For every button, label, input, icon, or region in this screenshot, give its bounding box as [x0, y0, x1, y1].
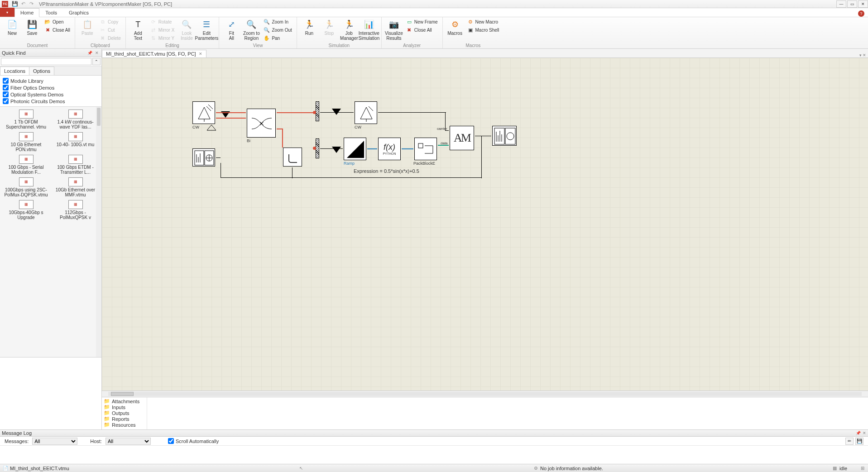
host-filter-select[interactable]: All — [106, 438, 151, 445]
run-button[interactable]: 🏃 Run — [300, 18, 319, 43]
block-analyzer-2[interactable] — [492, 126, 517, 146]
list-item[interactable]: ▦10-40- 100G.vt mu — [51, 131, 100, 153]
rotate-button: ⟳Rotate — [149, 18, 177, 26]
tab-tools[interactable]: Tools — [39, 8, 63, 17]
list-item[interactable]: ▦1 Tb OFDM Superchannel. vtmu — [2, 109, 50, 130]
tab-graphics[interactable]: Graphics — [63, 8, 95, 17]
doc-dropdown-icon[interactable]: ▾ — [859, 53, 862, 57]
tab-home[interactable]: Home — [14, 8, 39, 17]
msglog-pin-icon[interactable]: 📌 — [856, 431, 861, 435]
list-item[interactable]: ▦100 Gbps ETDM - Transmitter L... — [51, 154, 100, 176]
save-button[interactable]: 💾 Save — [23, 18, 42, 43]
file-tab[interactable] — [0, 8, 14, 17]
tree-item[interactable]: 📁Resources — [104, 422, 145, 428]
scroll-auto-checkbox[interactable]: Scroll Automatically — [168, 438, 219, 444]
canvas[interactable]: CW Bi — [102, 58, 868, 391]
tab-close-icon[interactable]: ✕ — [199, 52, 202, 56]
visualize-results-button[interactable]: 📷 Visualize Results — [384, 18, 403, 43]
subtab-options[interactable]: Options — [29, 67, 54, 75]
port-icon — [313, 147, 316, 150]
zoom-out-button[interactable]: 🔍Zoom Out — [262, 26, 293, 34]
svg-marker-0 — [198, 107, 210, 119]
qat-undo-icon[interactable]: ↶ — [20, 1, 26, 7]
check-module-library[interactable]: Module Library — [3, 77, 99, 84]
block-attenuator-1[interactable] — [316, 101, 319, 121]
wire — [438, 145, 449, 146]
edit-params-button[interactable]: ☰ Edit Parameters — [197, 18, 216, 43]
block-cw-laser-1[interactable] — [192, 101, 215, 124]
tree-item[interactable]: 📁Outputs — [104, 410, 145, 416]
macros-button[interactable]: ⚙ Macros — [446, 18, 465, 43]
analyzer-close-all-button[interactable]: ✖Close All — [404, 26, 440, 34]
zoom-region-button[interactable]: 🔍 Zoom to Region — [242, 18, 261, 43]
panel-close-icon[interactable]: ✕ — [94, 51, 100, 55]
document-tab[interactable]: MI_third_shot_EEICT.vtmu [OS, FO, PC] ✕ — [102, 50, 206, 57]
qat-save-icon[interactable]: 💾 — [12, 1, 18, 7]
block-am-modulator[interactable]: AM — [450, 126, 474, 150]
block-cw-laser-2[interactable] — [355, 101, 377, 124]
pan-button[interactable]: ✋Pan — [262, 34, 293, 42]
mirror-y-button: ⇅Mirror Y — [149, 34, 177, 42]
list-item[interactable]: ▦10Gb Ethernet over MMF.vtmu — [51, 176, 100, 198]
new-macro-button[interactable]: ⚙New Macro — [465, 18, 501, 26]
interactive-sim-button[interactable]: 📊 Interactive Simulation — [360, 18, 379, 43]
list-item[interactable]: ▦10 Gb Ethernet PON.vtmu — [2, 131, 50, 153]
search-go-button[interactable]: ⌃ — [92, 58, 101, 65]
block-ramp[interactable] — [344, 138, 366, 160]
pin-icon[interactable]: 📌 — [86, 51, 93, 55]
list-item[interactable]: ▦1.4 kW continous-wave YDF las... — [51, 109, 100, 130]
block-delay[interactable] — [283, 148, 302, 167]
block-fx-python[interactable]: f(x) PYTHON — [378, 138, 401, 160]
minimize-button[interactable]: — — [836, 0, 846, 8]
save-log-button[interactable]: 💾 — [855, 438, 863, 445]
canvas-h-scrollbar[interactable] — [102, 391, 868, 397]
folder-icon: 📁 — [104, 422, 110, 428]
msglog-close-icon[interactable]: ✕ — [863, 431, 866, 435]
list-item[interactable]: ▦100 Gbps - Serial Modulation F... — [2, 154, 50, 176]
new-frame-button[interactable]: ▭New Frame — [404, 18, 440, 26]
close-all-icon: ✖ — [44, 27, 51, 33]
zoom-in-button[interactable]: 🔍Zoom In — [262, 18, 293, 26]
folder-icon: 📁 — [104, 404, 110, 410]
block-packblock[interactable] — [414, 138, 437, 160]
block-label: Bi — [247, 138, 250, 143]
app-icon: TC — [2, 1, 8, 7]
close-button[interactable]: ✕ — [858, 0, 868, 8]
list-item[interactable]: ▦10Gbps-40Gbp s Upgrade — [2, 199, 50, 221]
list-item[interactable]: ▦112Gbps - PolMuxQPSK v — [51, 199, 100, 221]
clear-log-button[interactable]: ✏ — [845, 438, 854, 445]
new-button[interactable]: 📄 New — [3, 18, 22, 43]
library-grid[interactable]: ▦1 Tb OFDM Superchannel. vtmu ▦1.4 kW co… — [0, 107, 101, 357]
qat-redo-icon[interactable]: ↷ — [28, 1, 34, 7]
search-input[interactable] — [1, 58, 91, 65]
block-analyzer-1[interactable] — [192, 148, 215, 167]
messages-filter-select[interactable]: All — [32, 438, 77, 445]
open-button[interactable]: 📂Open — [43, 18, 72, 26]
stop-button: 🏃 Stop — [320, 18, 339, 43]
check-photonic-demos[interactable]: Photonic Circuits Demos — [3, 98, 99, 105]
list-item[interactable]: ▦100Gbps using 2SC-PolMux-DQPSK.vtmu — [2, 176, 50, 198]
library-scrollbar[interactable] — [96, 107, 101, 357]
expand-icon[interactable]: ⊞ — [860, 466, 865, 471]
close-all-button[interactable]: ✖Close All — [43, 26, 72, 34]
tree-item[interactable]: 📁Attachments — [104, 398, 145, 404]
block-coupler[interactable] — [247, 109, 276, 138]
help-icon[interactable]: ? — [858, 10, 864, 17]
macro-shell-button[interactable]: ▣Macro Shell — [465, 26, 501, 34]
mirror-x-icon: ⇄ — [150, 27, 157, 33]
doc-close-icon[interactable]: ✕ — [863, 53, 866, 57]
subtab-locations[interactable]: Locations — [0, 67, 29, 75]
message-log-header: Message Log 📌✕ — [0, 429, 868, 437]
tree-item[interactable]: 📁Inputs — [104, 404, 145, 410]
add-text-button[interactable]: T Add Text — [129, 18, 148, 43]
maximize-button[interactable]: ▭ — [847, 0, 857, 8]
block-attenuator-2[interactable] — [316, 138, 319, 158]
check-fiber-demos[interactable]: Fiber Optics Demos — [3, 84, 99, 91]
module-icon: ▦ — [19, 177, 34, 186]
job-manager-button[interactable]: 🏃 Job Manager — [340, 18, 359, 43]
macro-shell-icon: ▣ — [467, 27, 474, 33]
check-optical-demos[interactable]: Optical Systems Demos — [3, 91, 99, 98]
tree-item[interactable]: 📁Reports — [104, 416, 145, 422]
fit-all-button[interactable]: ⤢ Fit All — [222, 18, 241, 43]
folder-icon: 📁 — [104, 416, 110, 422]
